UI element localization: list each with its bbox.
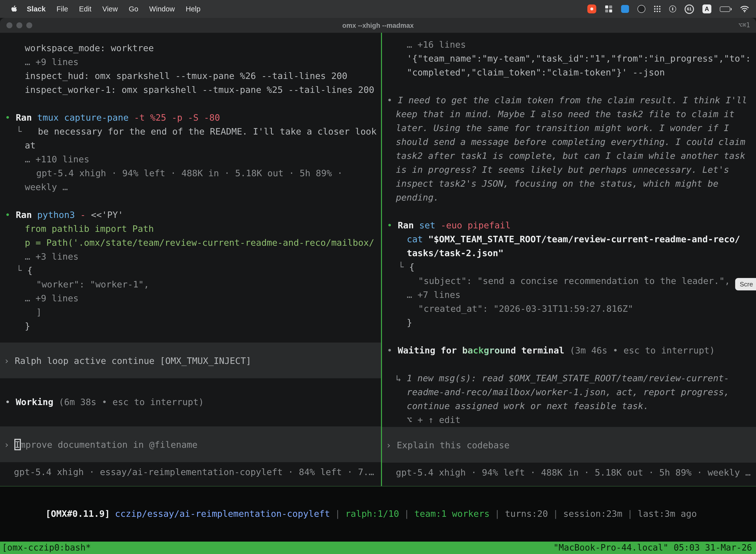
screen: Slack File Edit View Go Window Help 61 A [0, 0, 756, 554]
menu-item-file[interactable]: File [51, 5, 74, 13]
terminal-line: ⌥ + ↑ edit [382, 413, 756, 427]
terminal-line: "created_at": "2026-03-31T11:59:27.816Z" [382, 302, 756, 316]
battery-nub [731, 8, 732, 10]
tmux-host-time: "MacBook-Pro-44.local" 05:03 31-Mar-26 [553, 542, 752, 554]
text-segment: pending. [396, 192, 439, 203]
battery-icon[interactable] [720, 6, 732, 12]
menu-item-go[interactable]: Go [123, 5, 144, 13]
terminal-line: ] [0, 305, 381, 319]
terminal-line: "completed","claim_token":"claim-token"}… [382, 65, 756, 79]
text-segment: "completed","claim_token":"claim-token"}… [407, 67, 665, 77]
prompt-suggestion[interactable]: › Improve documentation in @filename [0, 427, 381, 462]
minimize-button[interactable] [16, 22, 22, 28]
text-segment: • [387, 220, 397, 230]
battery-percent: 61 [687, 6, 692, 11]
input-source-icon[interactable]: A [702, 4, 711, 13]
terminal-line: ↳ 1 new msg(s): read $OMX_TEAM_STATE_ROO… [382, 371, 756, 385]
screenshot-overlay-button[interactable]: Scre [736, 278, 756, 290]
terminal-line: readme-and-reco/mailbox/worker-1.json, a… [382, 385, 756, 399]
battery-gauge-icon[interactable]: 61 [685, 4, 694, 14]
dark-circle-app-icon[interactable] [637, 5, 645, 13]
text-segment: task2 after task1 is complete, but can I… [396, 151, 745, 161]
separator: | [404, 508, 410, 519]
terminal-line: • Ran set -euo pipefail [382, 218, 756, 232]
text-segment: 1 new msg(s): read $OMX_TEAM_STATE_ROOT/… [406, 373, 729, 383]
terminal-line: inspect_hud: omx sparkshell --tmux-pane … [0, 69, 381, 83]
menu-item-window[interactable]: Window [144, 5, 180, 13]
text-segment: later. Using the same for transition mig… [396, 123, 729, 133]
text-segment: "created_at": "2026-03-31T11:59:27.816Z" [418, 303, 633, 314]
screen-recording-icon[interactable] [587, 4, 596, 13]
terminal-line: gpt-5.4 xhigh · 94% left · 488K in · 5.1… [382, 466, 756, 480]
key-icon[interactable] [669, 5, 676, 12]
omx-version: [OMX#0.11.9] [45, 508, 110, 519]
terminal-line [382, 330, 756, 343]
text-segment: • [5, 397, 16, 407]
dots-grid-icon[interactable] [654, 5, 661, 12]
omx-team-status: team:1 workers [415, 508, 490, 519]
prompt-suggestion[interactable]: › Explain this codebase [382, 427, 756, 463]
menu-bar: Slack File Edit View Go Window Help 61 A [0, 0, 756, 18]
text-segment: gpt-5.4 xhigh · 94% left · 488K in · 5.1… [396, 467, 751, 478]
text-segment: should send a message before completing … [396, 136, 745, 147]
terminal-line: p = Path('.omx/state/team/review-current… [0, 236, 381, 250]
text-segment: Explain this codebase [397, 440, 509, 450]
separator: | [335, 508, 340, 519]
zoom-button[interactable] [26, 22, 32, 28]
text-segment: I need to get the claim token from the c… [397, 95, 747, 105]
apple-menu-icon[interactable] [10, 5, 17, 13]
text-segment: -t %25 -p -S -80 [129, 112, 220, 123]
pixel-grid-icon[interactable] [605, 5, 613, 13]
text-segment: at [25, 140, 36, 151]
terminal-line: } [382, 316, 756, 330]
terminal-line: keep that in mind. Maybe I also need the… [382, 107, 756, 121]
terminal-line: workspace_mode: worktree [0, 41, 381, 55]
separator: | [553, 508, 558, 519]
text-segment: tmux capture-pane [37, 112, 128, 123]
text-segment: from pathlib import Path [25, 223, 154, 234]
text-segment: } [25, 321, 30, 331]
terminal-line: task2 after task1 is complete, but can I… [382, 149, 756, 163]
text-segment: inspect_hud: omx sparkshell --tmux-pane … [25, 70, 347, 81]
omx-session: session:23m [563, 508, 622, 519]
battery-body [720, 6, 730, 12]
menu-item-app[interactable]: Slack [21, 5, 51, 13]
text-segment: • [5, 210, 16, 220]
text-segment: … +3 lines [25, 251, 79, 262]
omx-ralph-status: ralph:1/10 [345, 508, 399, 519]
terminal-line: … +3 lines [0, 250, 381, 264]
terminal-line [0, 194, 381, 208]
text-segment: inspect task2's JSON, focusing on the st… [396, 178, 718, 189]
terminal-line [382, 357, 756, 371]
text-segment: is in progress? It seems likely but perh… [396, 164, 729, 175]
terminal-line: • Working (6m 38s • esc to interrupt) [0, 395, 381, 409]
terminal-line: inspect task2's JSON, focusing on the st… [382, 177, 756, 190]
terminal-line: └ { [0, 264, 381, 277]
terminal-line: └ { [382, 260, 756, 274]
terminal-line: } [0, 319, 381, 333]
wifi-icon[interactable] [740, 5, 749, 12]
text-segment: inspect_worker-1: omx sparkshell --tmux-… [25, 85, 374, 95]
blue-app-icon[interactable] [621, 5, 629, 13]
terminal-line: gpt-5.4 xhigh · essay/ai-reimplementatio… [0, 465, 381, 479]
terminal-pane-left[interactable]: workspace_mode: worktree… +9 linesinspec… [0, 33, 381, 486]
text-segment: └ [398, 262, 409, 272]
text-segment: Ran [16, 112, 37, 123]
text-segment: gpt-5.4 xhigh · 94% left · 488K in · 5.1… [36, 168, 342, 178]
terminal-window: omx --xhigh --madmax ⌥⌘1 workspace_mode:… [0, 18, 756, 554]
terminal-line: … +9 lines [0, 291, 381, 305]
terminal-line: later. Using the same for transition mig… [382, 121, 756, 135]
terminal-line: continue assigned work or next feasible … [382, 399, 756, 413]
close-button[interactable] [6, 22, 12, 28]
terminal-line: "subject": "send a concise recommendatio… [382, 274, 756, 288]
window-shortcut-hint: ⌥⌘1 [738, 18, 750, 33]
terminal-pane-right[interactable]: … +16 lines'{"team_name":"my-team","task… [382, 33, 756, 486]
text-segment: gpt-5.4 xhigh · essay/ai-reimplementatio… [14, 466, 374, 477]
menu-item-edit[interactable]: Edit [74, 5, 97, 13]
menu-item-view[interactable]: View [97, 5, 123, 13]
terminal-line: gpt-5.4 xhigh · 94% left · 488K in · 5.1… [0, 166, 381, 180]
prompt-suggestion[interactable]: › Ralph loop active continue [OMX_TMUX_I… [0, 342, 381, 378]
menu-item-help[interactable]: Help [180, 5, 206, 13]
window-title: omx --xhigh --madmax [342, 21, 414, 29]
omx-turns: turns:20 [505, 508, 548, 519]
